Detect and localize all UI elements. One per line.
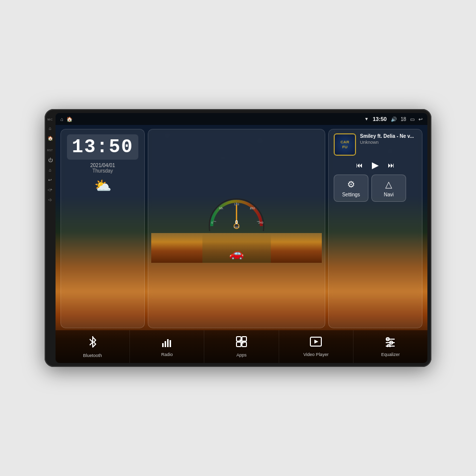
bluetooth-label: Bluetooth (83, 353, 102, 358)
svg-rect-17 (167, 339, 169, 347)
play-button[interactable]: ▶ (372, 160, 379, 171)
settings-icon: ⚙ (347, 179, 355, 190)
widgets-row: 13:50 2021/04/01 Thursday ⛅ (56, 125, 427, 330)
rst-label: RST (47, 147, 54, 154)
settings-button[interactable]: ⚙ Settings (334, 175, 368, 202)
clock-widget: 13:50 2021/04/01 Thursday ⛅ (60, 129, 145, 328)
volume-status-icon: 🔊 (391, 117, 397, 122)
svg-rect-18 (170, 340, 171, 347)
radio-icon (161, 336, 173, 350)
volume-level: 18 (401, 117, 406, 122)
status-left: ⌂ 🏠 (60, 117, 72, 122)
home-side-button[interactable]: ⌂ (47, 125, 54, 132)
status-right: ▼ 13:50 🔊 18 ▭ ↩ (364, 116, 422, 122)
power-side-button[interactable]: ⏻ (47, 157, 54, 164)
vol-down-side-button[interactable]: ◁- (47, 196, 54, 203)
vol-up-side-button[interactable]: ◁+ (47, 186, 54, 193)
next-button[interactable]: ⏭ (388, 161, 395, 169)
equalizer-button[interactable]: Equalizer (354, 330, 427, 363)
music-artist: Unknown (360, 140, 417, 145)
equalizer-icon (384, 336, 397, 350)
music-album-art: CAR FU (334, 133, 356, 156)
carfu-logo: CAR FU (341, 140, 349, 149)
svg-text:240: 240 (258, 221, 264, 224)
apps-label: Apps (237, 353, 247, 357)
svg-rect-20 (242, 337, 246, 341)
back-status-icon[interactable]: ↩ (418, 117, 422, 122)
equalizer-label: Equalizer (381, 352, 400, 357)
speedometer-svg: 120 60 0 180 240 0 km/h (207, 196, 266, 231)
video-player-button[interactable]: Video Player (279, 330, 354, 363)
radio-label: Radio (161, 352, 173, 357)
car-head-unit: MIC ⌂ 🏠 RST ⏻ ⌂ ↩ ◁+ ◁- ⌂ 🏠 ▼ 13:50 🔊 18… (45, 109, 431, 367)
android-status-icon[interactable]: 🏠 (66, 117, 72, 122)
svg-marker-25 (314, 340, 318, 344)
main-screen: ⌂ 🏠 ▼ 13:50 🔊 18 ▭ ↩ 13:50 2021/04/01 (56, 113, 427, 363)
navi-icon: △ (385, 179, 392, 190)
clock-date: 2021/04/01 (90, 163, 115, 168)
apps-bar: Bluetooth Radio (56, 330, 427, 363)
clock-time-display: 13:50 (67, 134, 138, 160)
status-bar: ⌂ 🏠 ▼ 13:50 🔊 18 ▭ ↩ (56, 113, 427, 125)
music-title: Smiley ft. Delia - Ne v... (360, 133, 417, 139)
video-label: Video Player (303, 352, 329, 357)
music-widget[interactable]: CAR FU Smiley ft. Delia - Ne v... Unknow… (328, 129, 422, 328)
back-side-button[interactable]: ↩ (47, 177, 54, 183)
side-button-panel: MIC ⌂ 🏠 RST ⏻ ⌂ ↩ ◁+ ◁- (45, 109, 56, 367)
bluetooth-icon (87, 335, 98, 351)
apps-icon (236, 336, 247, 351)
home-status-icon[interactable]: ⌂ (60, 117, 63, 122)
svg-text:180: 180 (250, 207, 255, 210)
svg-line-3 (213, 221, 216, 222)
apps-button[interactable]: Apps (204, 330, 279, 363)
speedo-container: 120 60 0 180 240 0 km/h (205, 194, 268, 233)
settings-navi-row: ⚙ Settings △ Navi (334, 175, 417, 202)
wifi-status-icon: ▼ (364, 117, 369, 121)
car-icon: 🚗 (229, 246, 244, 260)
settings-label: Settings (342, 192, 360, 197)
music-controls: ⏮ ▶ ⏭ (334, 160, 417, 171)
window-status-icon: ▭ (410, 117, 415, 122)
speedometer-widget: 120 60 0 180 240 0 km/h (148, 129, 325, 328)
prev-button[interactable]: ⏮ (356, 161, 363, 169)
home2-side-button[interactable]: ⌂ (47, 167, 54, 174)
navi-button[interactable]: △ Navi (371, 175, 406, 202)
radio-button[interactable]: Radio (130, 330, 204, 363)
android-side-button[interactable]: 🏠 (47, 135, 54, 142)
music-info-row: CAR FU Smiley ft. Delia - Ne v... Unknow… (334, 133, 417, 156)
weather-icon: ⛅ (94, 178, 112, 194)
mic-label: MIC (48, 118, 53, 121)
video-icon (309, 336, 322, 350)
status-time: 13:50 (373, 116, 387, 122)
road-scene: 🚗 (151, 233, 322, 263)
music-info: Smiley ft. Delia - Ne v... Unknown (360, 133, 417, 145)
road-background: 🚗 (151, 233, 322, 263)
svg-text:0: 0 (235, 220, 238, 225)
main-content-area: 13:50 2021/04/01 Thursday ⛅ (56, 125, 427, 363)
svg-rect-21 (237, 342, 241, 347)
svg-text:60: 60 (219, 207, 223, 210)
navi-label: Navi (384, 192, 394, 197)
bluetooth-button[interactable]: Bluetooth (56, 330, 130, 363)
svg-rect-16 (165, 341, 166, 347)
clock-day: Thursday (92, 168, 113, 174)
svg-rect-15 (162, 343, 164, 347)
svg-text:km/h: km/h (234, 226, 239, 229)
